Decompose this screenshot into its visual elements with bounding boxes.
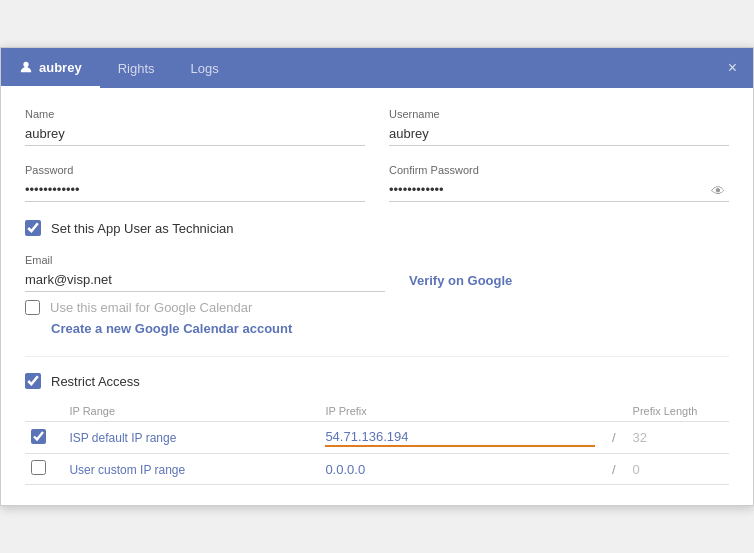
technician-checkbox[interactable]	[25, 220, 41, 236]
row2-prefix-value: 0.0.0.0	[325, 462, 365, 477]
row1-checkbox[interactable]	[31, 429, 46, 444]
col-header-prefix-length: Prefix Length	[627, 403, 729, 422]
row2-range-label: User custom IP range	[69, 463, 185, 477]
eye-icon[interactable]: 👁	[711, 183, 725, 199]
close-button[interactable]: ×	[724, 55, 741, 81]
main-window: aubrey Rights Logs × Name Username Passw…	[0, 47, 754, 506]
name-field-group: Name	[25, 108, 365, 146]
password-input[interactable]	[25, 180, 365, 202]
col-header-ip-prefix: IP Prefix	[319, 403, 601, 422]
username-field-group: Username	[389, 108, 729, 146]
create-google-cal-link[interactable]: Create a new Google Calendar account	[51, 321, 292, 336]
row1-prefix-len: 32	[627, 422, 729, 454]
row2-checkbox[interactable]	[31, 460, 46, 475]
ip-table: IP Range IP Prefix Prefix Length ISP def…	[25, 403, 729, 485]
username-label: Username	[389, 108, 729, 120]
row1-prefix-cell	[319, 422, 601, 454]
confirm-password-wrapper: 👁	[389, 180, 729, 202]
tab-logs-label: Logs	[191, 61, 219, 76]
user-icon	[19, 60, 33, 74]
email-field-group: Email	[25, 254, 385, 292]
restrict-access-label: Restrict Access	[51, 374, 140, 389]
col-header-ip-range: IP Range	[63, 403, 319, 422]
table-row: ISP default IP range / 32	[25, 422, 729, 454]
name-label: Name	[25, 108, 365, 120]
tab-logs[interactable]: Logs	[173, 48, 237, 88]
tab-aubrey-label: aubrey	[39, 60, 82, 75]
row1-prefix-input[interactable]	[325, 428, 595, 447]
row2-slash: /	[601, 454, 627, 485]
email-label: Email	[25, 254, 385, 266]
username-input[interactable]	[389, 124, 729, 146]
technician-label: Set this App User as Technician	[51, 221, 234, 236]
confirm-password-field-group: Confirm Password 👁	[389, 164, 729, 202]
password-field-group: Password	[25, 164, 365, 202]
content-area: Name Username Password Confirm Password …	[1, 88, 753, 505]
password-row: Password Confirm Password 👁	[25, 164, 729, 202]
confirm-password-input[interactable]	[389, 180, 729, 202]
email-row: Email Verify on Google	[25, 254, 729, 292]
titlebar: aubrey Rights Logs ×	[1, 48, 753, 88]
row1-slash: /	[601, 422, 627, 454]
use-email-google-cal-checkbox[interactable]	[25, 300, 40, 315]
name-input[interactable]	[25, 124, 365, 146]
row1-check-cell	[25, 422, 63, 454]
col-header-check	[25, 403, 63, 422]
svg-point-0	[23, 62, 28, 67]
row2-check-cell	[25, 454, 63, 485]
row1-range-label: ISP default IP range	[69, 431, 176, 445]
technician-checkbox-row: Set this App User as Technician	[25, 220, 729, 236]
row2-prefix-len: 0	[627, 454, 729, 485]
row2-prefix-cell: 0.0.0.0	[319, 454, 601, 485]
tab-rights-label: Rights	[118, 61, 155, 76]
use-email-google-cal-label: Use this email for Google Calendar	[50, 300, 252, 315]
name-username-row: Name Username	[25, 108, 729, 146]
col-header-slash	[601, 403, 627, 422]
restrict-access-section: Restrict Access IP Range IP Prefix Prefi…	[25, 373, 729, 485]
restrict-access-checkbox[interactable]	[25, 373, 41, 389]
tab-aubrey[interactable]: aubrey	[1, 48, 100, 88]
password-label: Password	[25, 164, 365, 176]
use-email-google-cal-row: Use this email for Google Calendar	[25, 300, 729, 315]
row2-range-cell: User custom IP range	[63, 454, 319, 485]
email-input[interactable]	[25, 270, 385, 292]
restrict-access-header: Restrict Access	[25, 373, 729, 389]
tab-rights[interactable]: Rights	[100, 48, 173, 88]
row1-range-cell: ISP default IP range	[63, 422, 319, 454]
verify-on-google-link[interactable]: Verify on Google	[409, 273, 512, 292]
divider	[25, 356, 729, 357]
table-row: User custom IP range 0.0.0.0 / 0	[25, 454, 729, 485]
confirm-password-label: Confirm Password	[389, 164, 729, 176]
google-calendar-section: Use this email for Google Calendar Creat…	[25, 300, 729, 336]
